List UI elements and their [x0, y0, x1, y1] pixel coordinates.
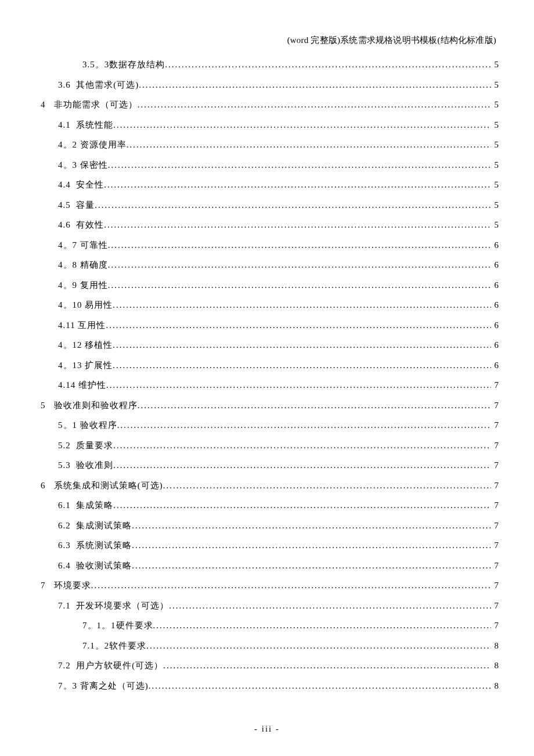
toc-entry-page: 5 [491, 135, 499, 155]
toc-row: 6.3 系统测试策略..............................… [41, 535, 499, 556]
toc-leader-dots: ........................................… [132, 516, 491, 536]
toc-entry-page: 7 [491, 476, 499, 496]
toc-entry-page: 6 [491, 235, 499, 255]
toc-entry-page: 8 [491, 676, 499, 696]
toc-entry-label: 6.4 验收测试策略 [58, 556, 132, 576]
toc-entry-page: 6 [491, 355, 499, 376]
toc-row: 4 非功能需求（可选）.............................… [41, 95, 499, 115]
toc-entry-page: 8 [491, 656, 499, 676]
toc-row: 4。2 资源使用率...............................… [41, 135, 499, 155]
toc-entry-page: 7 [491, 495, 499, 516]
toc-row: 6.2 集成测试策略..............................… [41, 516, 499, 536]
toc-row: 7 环境要求..................................… [41, 575, 499, 596]
toc-entry-page: 7 [491, 535, 499, 556]
toc-leader-dots: ........................................… [153, 615, 492, 636]
toc-entry-page: 7 [491, 516, 499, 536]
page-container: (word 完整版)系统需求规格说明书模板(结构化标准版) 3.5。3数据存放结… [0, 0, 534, 756]
toc-leader-dots: ........................................… [113, 295, 491, 315]
toc-row: 5。1 验收程序................................… [41, 415, 499, 435]
page-number-footer: - iii - [0, 724, 534, 734]
toc-row: 3.6 其他需求(可选)............................… [41, 75, 499, 95]
toc-entry-label: 5。1 验收程序 [58, 415, 117, 435]
toc-entry-label: 4.6 有效性 [58, 215, 104, 235]
toc-entry-label: 4。3 保密性 [58, 155, 108, 175]
toc-entry-page: 5 [491, 175, 499, 195]
toc-entry-page: 6 [491, 255, 499, 275]
toc-row: 6.1 集成策略................................… [41, 495, 499, 516]
toc-entry-label: 4.4 安全性 [58, 175, 104, 195]
toc-row: 6.4 验收测试策略..............................… [41, 556, 499, 576]
toc-row: 4。7 可靠性.................................… [41, 235, 499, 255]
toc-leader-dots: ........................................… [95, 195, 491, 215]
toc-leader-dots: ........................................… [138, 395, 491, 416]
toc-leader-dots: ........................................… [108, 155, 491, 175]
toc-entry-label: 4。13 扩展性 [58, 355, 113, 376]
toc-entry-label: 4。9 复用性 [58, 275, 108, 296]
toc-leader-dots: ........................................… [132, 535, 491, 556]
toc-row: 5.3 验收准则................................… [41, 455, 499, 476]
toc-list: 3.5。3数据存放结构.............................… [41, 55, 499, 696]
toc-leader-dots: ........................................… [163, 476, 491, 496]
toc-entry-label: 3.6 其他需求(可选) [58, 75, 139, 95]
toc-row: 7.2 用户方软硬件(可选）..........................… [41, 656, 499, 676]
toc-entry-label: 7.1 开发环境要求（可选） [58, 596, 169, 616]
toc-entry-label: 6.3 系统测试策略 [58, 535, 132, 556]
toc-entry-page: 7 [491, 575, 499, 596]
toc-entry-page: 5 [491, 115, 499, 135]
toc-entry-page: 6 [491, 275, 499, 296]
toc-entry-page: 6 [491, 335, 499, 355]
toc-row: 5 验收准则和验收程序.............................… [41, 395, 499, 416]
toc-entry-page: 5 [491, 55, 499, 75]
toc-row: 6 系统集成和测试策略(可选).........................… [41, 476, 499, 496]
toc-entry-page: 5 [491, 215, 499, 235]
toc-entry-label: 6.1 集成策略 [58, 495, 113, 516]
toc-entry-page: 5 [491, 155, 499, 175]
toc-row: 4.6 有效性.................................… [41, 215, 499, 235]
toc-entry-label: 7 环境要求 [41, 575, 91, 596]
toc-leader-dots: ........................................… [113, 495, 491, 516]
toc-entry-page: 7 [491, 596, 499, 616]
toc-row: 5.2 质量要求................................… [41, 435, 499, 456]
toc-entry-label: 6.2 集成测试策略 [58, 516, 132, 536]
toc-entry-label: 6 系统集成和测试策略(可选) [41, 476, 163, 496]
toc-row: 4。8 精确度.................................… [41, 255, 499, 275]
toc-entry-page: 7 [491, 455, 499, 476]
toc-row: 4。10 易用性................................… [41, 295, 499, 315]
toc-entry-page: 7 [491, 435, 499, 456]
toc-entry-label: 4.5 容量 [58, 195, 95, 215]
toc-entry-label: 3.5。3数据存放结构 [82, 55, 165, 75]
toc-leader-dots: ........................................… [149, 676, 491, 696]
toc-leader-dots: ........................................… [117, 415, 491, 435]
toc-row: 4.5 容量..................................… [41, 195, 499, 215]
toc-entry-label: 4。10 易用性 [58, 295, 113, 315]
toc-entry-page: 6 [491, 315, 499, 336]
toc-entry-label: 4.1 系统性能 [58, 115, 113, 135]
toc-row: 4。3 保密性.................................… [41, 155, 499, 175]
toc-row: 4.4 安全性.................................… [41, 175, 499, 195]
toc-leader-dots: ........................................… [108, 275, 491, 296]
toc-leader-dots: ........................................… [106, 315, 491, 336]
toc-leader-dots: ........................................… [127, 135, 491, 155]
toc-entry-label: 4。2 资源使用率 [58, 135, 127, 155]
toc-leader-dots: ........................................… [113, 355, 491, 376]
toc-entry-label: 7.2 用户方软硬件(可选） [58, 656, 163, 676]
toc-leader-dots: ........................................… [138, 95, 491, 115]
toc-entry-label: 5.2 质量要求 [58, 435, 113, 456]
toc-row: 4.1 系统性能................................… [41, 115, 499, 135]
toc-entry-page: 5 [491, 195, 499, 215]
toc-entry-label: 4.11 互用性 [58, 315, 106, 336]
toc-entry-label: 4。8 精确度 [58, 255, 108, 275]
toc-leader-dots: ........................................… [165, 55, 491, 75]
toc-leader-dots: ........................................… [106, 375, 491, 395]
toc-entry-page: 8 [491, 636, 499, 656]
toc-entry-page: 7 [491, 415, 499, 435]
toc-row: 4.14 维护性................................… [41, 375, 499, 395]
toc-leader-dots: ........................................… [108, 235, 491, 255]
toc-row: 7。1。1硬件要求...............................… [41, 615, 499, 636]
toc-row: 7.1。2软件要求...............................… [41, 636, 499, 656]
toc-entry-label: 4 非功能需求（可选） [41, 95, 138, 115]
toc-row: 4.11 互用性................................… [41, 315, 499, 336]
toc-leader-dots: ........................................… [132, 556, 491, 576]
toc-leader-dots: ........................................… [169, 596, 491, 616]
toc-leader-dots: ........................................… [113, 455, 491, 476]
